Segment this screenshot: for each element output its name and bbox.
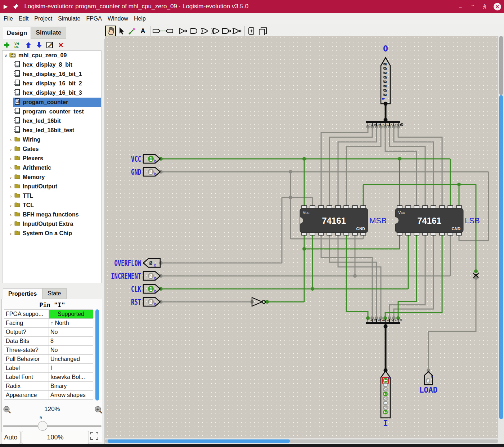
splitter[interactable]: 76543210 [366, 122, 403, 126]
chip-body[interactable] [300, 208, 368, 233]
tree-item-input-output-extra[interactable]: ›Input/Output Extra [3, 219, 101, 229]
wire-green[interactable] [346, 233, 368, 318]
menu-help[interactable]: Help [131, 15, 149, 22]
zoom-slider-track[interactable] [3, 425, 102, 427]
maximize-icon[interactable]: ≪ [482, 3, 488, 10]
wire-green[interactable] [398, 233, 417, 318]
wire-gray[interactable] [329, 233, 377, 318]
pin-output-tool[interactable] [163, 26, 174, 36]
property-row[interactable]: Output?No [4, 328, 93, 337]
pin-i-input[interactable]: 10010001bI [381, 371, 391, 428]
pin-load[interactable]: ØbLOAD [419, 372, 438, 394]
menu-window[interactable]: Window [105, 15, 131, 22]
pin-bit-bubble[interactable] [383, 396, 388, 401]
tree-expander[interactable]: › [8, 165, 13, 171]
tree-item-arithmetic[interactable]: ›Arithmetic [3, 163, 101, 173]
text-tool[interactable]: A [138, 26, 148, 36]
tree-item-wiring[interactable]: ›Wiring [3, 135, 101, 144]
property-value[interactable]: I [49, 364, 93, 373]
property-value[interactable]: ↑ North [49, 319, 93, 328]
pin-vcc[interactable]: 1bVCC [131, 155, 160, 164]
reset-zoom-button[interactable]: 100% [22, 431, 89, 444]
pin-gnd[interactable]: ØbGND [131, 167, 160, 176]
wire-gray[interactable] [329, 127, 372, 208]
pin-bit-bubble[interactable] [383, 401, 388, 405]
transistor[interactable] [473, 273, 479, 278]
auto-zoom-button[interactable]: Auto [1, 431, 21, 444]
property-row[interactable]: Label FontIosevka Bol... [4, 373, 93, 382]
input-pin-shape[interactable] [381, 371, 390, 418]
tree-expander[interactable]: › [8, 175, 13, 180]
or-gate-tool[interactable] [199, 26, 210, 36]
tree-item-gates[interactable]: ›Gates [3, 144, 101, 154]
pin-input-tool[interactable] [152, 26, 163, 36]
zoom-slider-handle[interactable] [38, 421, 48, 431]
property-value[interactable]: No [49, 346, 93, 355]
properties-scrollbar[interactable] [95, 309, 99, 401]
add-circuit-tool[interactable] [247, 26, 257, 36]
not-gate[interactable] [252, 298, 266, 306]
nor-gate-tool[interactable] [232, 26, 243, 36]
tree-item-hex-led-16bit[interactable]: mainhex_led_16bit [3, 116, 101, 126]
tree-item-memory[interactable]: ›Memory [3, 173, 101, 182]
chip-74161[interactable]: 74161VccGNDMSB [300, 206, 387, 235]
wire-gray[interactable] [338, 127, 377, 208]
and-gate-tool[interactable] [189, 26, 199, 36]
tree-expander[interactable]: › [8, 137, 13, 143]
tree-item-progam-counter[interactable]: progam_counter [3, 98, 101, 107]
wire-gray[interactable] [321, 233, 372, 318]
pin-increment[interactable]: ØbINCREMENT [111, 272, 160, 281]
property-row[interactable]: Data Bits8 [4, 337, 93, 346]
properties-tab-state[interactable]: State [42, 288, 66, 299]
wire-gray[interactable] [398, 127, 442, 208]
xor-gate-tool[interactable] [210, 26, 221, 36]
wire-gray[interactable] [346, 127, 381, 208]
menu-simulate[interactable]: Simulate [55, 15, 83, 22]
pin-bit-bubble[interactable] [383, 406, 388, 410]
tree-expander[interactable]: › [8, 184, 13, 189]
pin-rst[interactable]: ØbRST [131, 298, 160, 307]
pin-bit-bubble[interactable] [383, 378, 388, 383]
property-row[interactable]: LabelI [4, 364, 93, 373]
pin-bit-bubble[interactable] [383, 392, 388, 396]
tree-item-plexers[interactable]: ›Plexers [3, 154, 101, 163]
chip-74161[interactable]: 74161VccGNDLSB [395, 206, 480, 235]
menu-fpga[interactable]: FPGA [83, 15, 105, 22]
tree-expander[interactable]: › [8, 147, 13, 152]
menu-project[interactable]: Project [31, 15, 55, 22]
tree-item-system-on-a-chip[interactable]: ›System On a Chip [3, 229, 101, 238]
property-value[interactable]: Binary [49, 382, 93, 391]
tree-expander[interactable]: › [8, 212, 13, 218]
subcircuit-tool[interactable] [257, 26, 268, 36]
wire-gray[interactable] [390, 127, 425, 208]
wire-gray[interactable] [459, 172, 489, 241]
select-tool[interactable] [116, 26, 127, 36]
tree-item-bfh-mega-functions[interactable]: ›BFH mega functions [3, 210, 101, 219]
property-row[interactable]: Pull BehaviorUnchanged [4, 355, 93, 364]
tree-item-hex-led-16bit-test[interactable]: mainhex_led_16bit_test [3, 126, 101, 135]
property-value[interactable]: 8 [49, 337, 93, 346]
input-pin-shape[interactable] [143, 155, 160, 163]
property-value[interactable]: Iosevka Bol... [49, 373, 93, 382]
wire-gray[interactable] [394, 233, 433, 318]
tree-item-mhl-cpu-zero-09[interactable]: ∨mhl_cpu_zero_09 [3, 51, 101, 60]
input-pin-shape[interactable] [143, 298, 160, 306]
move-down-button[interactable] [35, 41, 43, 49]
shade-icon[interactable]: ⌄ [457, 4, 464, 9]
pin-o-output[interactable]: ØØØØØØØØbO [381, 44, 390, 104]
pin-overflow[interactable]: ØbOVERFLOW [114, 259, 160, 268]
wire-tool[interactable] [127, 26, 138, 36]
input-pin-shape[interactable] [143, 167, 160, 176]
properties-tab-properties[interactable]: Properties [3, 288, 42, 299]
property-row[interactable]: FPGA suppo...Supported [4, 310, 93, 319]
pin-bit-bubble[interactable] [383, 383, 388, 387]
fit-selection-icon[interactable] [90, 432, 101, 442]
edit-button[interactable] [46, 41, 54, 49]
output-pin-shape[interactable] [381, 58, 390, 104]
canvas-hscrollbar[interactable] [105, 438, 498, 444]
wire-gray[interactable] [394, 127, 433, 208]
tree-expander[interactable]: › [8, 222, 13, 227]
property-row[interactable]: Three-state?No [4, 346, 93, 355]
property-row[interactable]: Facing↑ North [4, 319, 93, 328]
circuit-area[interactable]: 765432107654321074161VccGNDMSB74161VccGN… [105, 36, 498, 438]
